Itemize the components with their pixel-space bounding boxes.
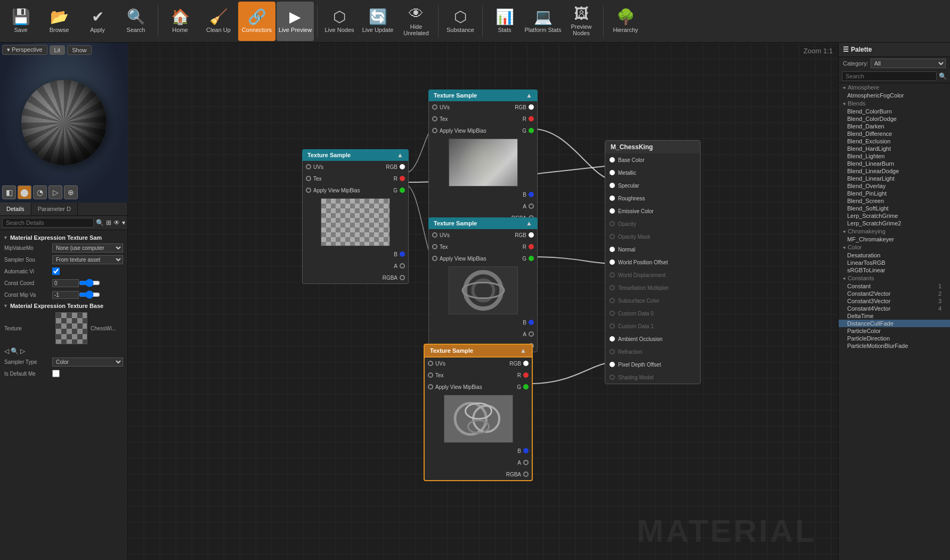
save-button[interactable]: 💾 Save [2, 2, 39, 41]
vp-icon-5[interactable]: ⊕ [64, 185, 78, 199]
palette-section-color[interactable]: Color [839, 243, 950, 251]
node-tex4[interactable]: Texture Sample ▲ UVs RGB Tex R Apply Vie… [424, 344, 533, 481]
section-matbase-header[interactable]: Material Expression Texture Base [2, 301, 125, 310]
palette-item-lineartosrgb[interactable]: LinearTosRGB [839, 259, 950, 266]
palette-item-blend-screen[interactable]: Blend_Screen [839, 197, 950, 205]
node-tex1-header[interactable]: Texture Sample ▲ [302, 149, 409, 161]
node-graph[interactable]: Zoom 1:1 MATERIAL Texture Sample ▲ [128, 43, 838, 560]
material-node[interactable]: M_ChessKing Base Color Metallic Specular… [605, 140, 701, 384]
main-layout: ▾ Perspective Lit Show ◧ ⬤ ◔ ▷ ⊕ Details… [0, 43, 950, 560]
perspective-button[interactable]: ▾ Perspective [2, 45, 47, 55]
liveupdate-button[interactable]: 🔄 Live Update [359, 2, 396, 41]
palette-section-chromakeying[interactable]: Chromakeying [839, 227, 950, 236]
details-search-input[interactable] [2, 218, 94, 228]
platformstats-button[interactable]: 💻 Platform Stats [524, 2, 562, 41]
palette-item-particlemotionblurfade[interactable]: ParticleMotionBlurFade [839, 342, 950, 350]
prop-samplersou-select[interactable]: From texture asset [52, 255, 123, 264]
vp-icon-4[interactable]: ▷ [48, 185, 62, 199]
palette-item-mf-chromakeyer[interactable]: MF_Chromakeyer [839, 236, 950, 243]
tab-details[interactable]: Details [0, 202, 31, 215]
palette-item-lerp-scratchgrime2[interactable]: Lerp_ScratchGrime2 [839, 220, 950, 227]
palette-item-distancecullfade[interactable]: DistanceCullFade [839, 320, 950, 327]
node-tex3-expand[interactable]: ▲ [526, 220, 532, 227]
tab-parameter[interactable]: Parameter D [31, 202, 78, 215]
palette-search-input[interactable] [842, 71, 937, 81]
palette-item-constant4vector[interactable]: Constant4Vector4 [839, 305, 950, 312]
prop-constmipva-input[interactable] [52, 291, 79, 299]
node-tex4-header[interactable]: Texture Sample ▲ [424, 344, 533, 358]
palette-item-deltatime[interactable]: DeltaTime [839, 312, 950, 320]
vp-icon-3[interactable]: ◔ [33, 185, 47, 199]
palette-item-blend-overlay[interactable]: Blend_Overlay [839, 182, 950, 190]
texture-back-icon[interactable]: ◁ [4, 347, 9, 355]
palette-item-blend-hardlight[interactable]: Blend_HardLight [839, 145, 950, 152]
prop-constcoord-input[interactable] [52, 279, 79, 287]
livenodes-button[interactable]: ⬡ Live Nodes [321, 2, 358, 41]
palette-item-blend-exclusion[interactable]: Blend_Exclusion [839, 137, 950, 145]
prop-automaticvi-checkbox[interactable] [52, 267, 60, 275]
palette-item-lerp-scratchgrime[interactable]: Lerp_ScratchGrime [839, 212, 950, 220]
texture-search-icon[interactable]: 🔍 [11, 347, 19, 355]
search-button[interactable]: 🔍 Search [117, 2, 155, 41]
palette-item-blend-lighten[interactable]: Blend_Lighten [839, 152, 950, 160]
node-tex1[interactable]: Texture Sample ▲ UVs RGB [302, 149, 409, 284]
cleanup-button[interactable]: 🧹 Clean Up [200, 2, 237, 41]
section-matexp-header[interactable]: Material Expression Texture Sam [2, 232, 125, 242]
palette-item-constant3vector[interactable]: Constant3Vector3 [839, 297, 950, 305]
palette-item-atmosphericfogcolor[interactable]: AtmosphericFogColor [839, 92, 950, 99]
vp-icon-2[interactable]: ⬤ [18, 185, 31, 199]
palette-section-constants[interactable]: Constants [839, 274, 950, 282]
livepreview-button[interactable]: ▶ Live Preview [277, 2, 314, 41]
texture-forward-icon[interactable]: ▷ [20, 347, 25, 355]
palette-item-blend-colorburn[interactable]: Blend_ColorBurn [839, 108, 950, 115]
hideunrelated-button[interactable]: 👁 Hide Unrelated [397, 2, 435, 41]
previewnodes-button[interactable]: 🖼 Preview Nodes [563, 2, 600, 41]
node-tex1-expand[interactable]: ▲ [397, 151, 403, 159]
palette-item-blend-difference[interactable]: Blend_Difference [839, 130, 950, 137]
palette-item-srgbtolinear[interactable]: sRGBToLinear [839, 266, 950, 274]
details-down-icon[interactable]: ▾ [122, 219, 125, 226]
palette-item-blend-lineardodge[interactable]: Blend_LinearDodge [839, 167, 950, 175]
vp-icon-1[interactable]: ◧ [2, 185, 16, 199]
lit-button[interactable]: Lit [50, 45, 66, 55]
palette-item-blend-pinlight[interactable]: Blend_PinLight [839, 190, 950, 197]
node-tex4-expand[interactable]: ▲ [520, 347, 526, 354]
apply-button[interactable]: ✔ Apply [79, 2, 116, 41]
prop-isdefaultme-checkbox[interactable] [52, 370, 60, 377]
substance-button[interactable]: ⬡ Substance [442, 2, 479, 41]
prop-samplertype-select[interactable]: Color [52, 358, 123, 367]
node-tex3-header[interactable]: Texture Sample ▲ [428, 217, 538, 229]
cleanup-icon: 🧹 [209, 10, 228, 25]
palette-item-particledirection[interactable]: ParticleDirection [839, 335, 950, 342]
pin-rgba [400, 275, 405, 280]
palette-item-blend-colordodge[interactable]: Blend_ColorDodge [839, 115, 950, 123]
home-button[interactable]: 🏠 Home [161, 2, 199, 41]
connectors-button[interactable]: 🔗 Connectors [238, 2, 275, 41]
palette-item-blend-linearlight[interactable]: Blend_LinearLight [839, 175, 950, 182]
details-eye-icon[interactable]: 👁 [113, 219, 120, 226]
palette-item-blend-softlight[interactable]: Blend_SoftLight [839, 205, 950, 212]
palette-item-constant[interactable]: Constant1 [839, 282, 950, 290]
node-tex2-header[interactable]: Texture Sample ▲ [428, 90, 538, 101]
palette-item-blend-darken[interactable]: Blend_Darken [839, 123, 950, 130]
details-tabs: Details Parameter D [0, 202, 127, 216]
palette-item-desaturation[interactable]: Desaturation [839, 251, 950, 259]
palette-item-particlecolor[interactable]: ParticleColor [839, 327, 950, 335]
category-select[interactable]: All [871, 59, 946, 68]
palette-section-atmosphere[interactable]: Atmosphere [839, 83, 950, 92]
show-button[interactable]: Show [67, 45, 92, 55]
palette-item-constant2vector[interactable]: Constant2Vector2 [839, 290, 950, 297]
details-grid-icon[interactable]: ⊞ [106, 219, 111, 226]
stats-button[interactable]: 📊 Stats [486, 2, 523, 41]
hierarchy-button[interactable]: 🌳 Hierarchy [607, 2, 644, 41]
palette-section-blends[interactable]: Blends [839, 99, 950, 108]
palette-item-blend-linearburn[interactable]: Blend_LinearBurn [839, 160, 950, 167]
prop-constmipva-slider[interactable] [79, 290, 100, 299]
node-tex2-expand[interactable]: ▲ [526, 92, 532, 99]
prop-mipvaluemode-select[interactable]: None (use computer [52, 244, 123, 253]
prop-constcoord-slider[interactable] [79, 279, 100, 287]
node-tex3[interactable]: Texture Sample ▲ UVs RGB Tex R Apply Vie… [428, 217, 538, 352]
browse-button[interactable]: 📂 Browse [40, 2, 78, 41]
node-tex2[interactable]: Texture Sample ▲ UVs RGB Tex R Apply Vie… [428, 90, 538, 224]
toolbar: 💾 Save 📂 Browse ✔ Apply 🔍 Search 🏠 Home … [0, 0, 950, 43]
